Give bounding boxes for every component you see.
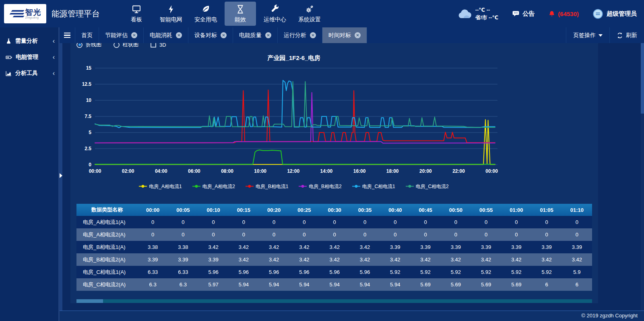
- cell-value: 3.42: [259, 253, 289, 266]
- nav-item-能效[interactable]: 能效: [225, 2, 256, 26]
- cell-value: 3.42: [320, 241, 350, 253]
- cell-value: 6.3: [168, 278, 198, 291]
- tab-close-icon[interactable]: ✕: [131, 32, 137, 38]
- sidebar-item-需量分析[interactable]: 需量分析‹: [0, 33, 59, 49]
- cell-value: 5.96: [320, 266, 350, 278]
- top-header: 智光 Zhiguang 能源管理平台 看板智能电网安全用电能效运维中心系统设置 …: [0, 0, 644, 27]
- table-header-row: 数据类型名称00:0000:0500:1000:1500:2000:2500:3…: [76, 204, 592, 216]
- row-label: 电房_A相电流2(A): [76, 228, 138, 241]
- leaf-icon: [201, 4, 211, 14]
- nav-item-看板[interactable]: 看板: [121, 2, 152, 26]
- checkbox-3D[interactable]: 3D: [151, 43, 166, 48]
- cell-value: 5.96: [259, 266, 289, 278]
- table-hscrollbar-track[interactable]: [76, 299, 592, 303]
- radio-icon[interactable]: [76, 43, 83, 48]
- table-hscrollbar-thumb[interactable]: [76, 299, 103, 303]
- cell-value: 0: [441, 228, 471, 241]
- radio-柱状图[interactable]: 柱状图: [114, 43, 138, 48]
- notice-button[interactable]: 公告: [512, 10, 535, 18]
- tab-电能质量[interactable]: 电能质量✕: [233, 27, 278, 43]
- cell-value: 0: [380, 216, 410, 228]
- tab-电能消耗[interactable]: 电能消耗✕: [144, 27, 188, 43]
- tab-close-icon[interactable]: ✕: [265, 32, 271, 38]
- alarm-button[interactable]: (64530): [548, 10, 579, 18]
- tab-close-icon[interactable]: ✕: [221, 32, 227, 38]
- cell-value: 5.69: [501, 278, 531, 291]
- user-name: 超级管理员: [607, 10, 637, 18]
- tab-close-icon[interactable]: ✕: [355, 32, 361, 38]
- legend-marker-icon: [192, 184, 200, 189]
- cell-value: 0: [289, 228, 319, 241]
- cell-value: 5.94: [259, 278, 289, 291]
- cell-value: 5.92: [501, 266, 531, 278]
- svg-text:08:00: 08:00: [221, 168, 233, 174]
- column-header: 00:00: [138, 204, 168, 216]
- row-label: 电房_C相电流2(A): [76, 278, 138, 291]
- refresh-button[interactable]: 刷新: [609, 27, 644, 43]
- svg-text:06:00: 06:00: [188, 168, 200, 174]
- svg-text:16:00: 16:00: [353, 168, 366, 174]
- svg-text:18:00: 18:00: [386, 168, 399, 174]
- legend-item-电房_A相电流1[interactable]: 电房_A相电流1: [139, 183, 182, 190]
- option-label: 折线图: [86, 43, 101, 48]
- cell-value: 5.69: [471, 278, 501, 291]
- nav-item-label: 智能电网: [160, 16, 182, 23]
- page-vscrollbar-track[interactable]: [641, 43, 644, 311]
- sidebar-item-label: 分析工具: [15, 70, 38, 77]
- svg-text:15: 15: [86, 65, 92, 71]
- table-row-电房_B相电流1(A): 电房_B相电流1(A)3.383.383.423.423.423.423.423…: [76, 241, 592, 253]
- alarm-count: (64530): [558, 10, 579, 17]
- nav-item-系统设置[interactable]: 系统设置: [294, 2, 325, 26]
- collapse-arrow-icon[interactable]: [60, 173, 62, 178]
- tab-close-icon[interactable]: ✕: [176, 32, 182, 38]
- nav-item-运维中心[interactable]: 运维中心: [259, 2, 291, 26]
- dashboard-icon: [132, 4, 141, 14]
- user-menu[interactable]: 超级管理员: [592, 8, 637, 19]
- cell-value: 3.39: [531, 241, 561, 253]
- tab-运行分析[interactable]: 运行分析✕: [278, 27, 322, 43]
- cell-value: 3.39: [168, 253, 198, 266]
- nav-item-智能电网[interactable]: 智能电网: [155, 2, 187, 26]
- radio-icon[interactable]: [114, 43, 120, 48]
- column-header: 数据类型名称: [76, 204, 138, 216]
- radio-折线图[interactable]: 折线图: [76, 43, 101, 48]
- nav-item-label: 看板: [131, 16, 142, 23]
- hamburger-menu-icon[interactable]: [60, 27, 75, 43]
- column-header: 01:00: [501, 204, 531, 216]
- refresh-label: 刷新: [626, 32, 637, 39]
- tab-operations-dropdown[interactable]: 页签操作: [566, 27, 609, 43]
- checkbox-icon[interactable]: [151, 43, 156, 48]
- tab-时间对标[interactable]: 时间对标✕: [322, 27, 367, 43]
- legend-item-电房_B相电流2[interactable]: 电房_B相电流2: [299, 183, 341, 190]
- app-title: 能源管理平台: [52, 8, 100, 19]
- legend-item-电房_C相电流2[interactable]: 电房_C相电流2: [406, 183, 449, 190]
- nav-item-安全用电[interactable]: 安全用电: [190, 2, 221, 26]
- row-label: 电房_B相电流2(A): [76, 253, 138, 266]
- cell-value: 5.92: [531, 266, 561, 278]
- svg-text:04:00: 04:00: [155, 168, 167, 174]
- cell-value: 0: [138, 216, 168, 228]
- chart-line-电房_A相电流2: [95, 150, 495, 164]
- legend-item-电房_A相电流2[interactable]: 电房_A相电流2: [192, 183, 235, 190]
- sidebar-item-分析工具[interactable]: 分析工具‹: [0, 65, 59, 81]
- cell-value: 5.92: [441, 266, 471, 278]
- nav-item-label: 安全用电: [194, 16, 217, 23]
- tab-节能评估[interactable]: 节能评估✕: [99, 27, 144, 43]
- cell-value: 5.96: [350, 266, 380, 278]
- cell-value: 3.38: [168, 241, 198, 253]
- bolt-icon: [166, 4, 176, 14]
- tab-close-icon[interactable]: ✕: [310, 32, 316, 38]
- tab-设备对标[interactable]: 设备对标✕: [188, 27, 233, 43]
- panel-collapse-strip[interactable]: [60, 43, 62, 311]
- cell-value: 5.96: [229, 266, 259, 278]
- legend-item-电房_B相电流1[interactable]: 电房_B相电流1: [246, 183, 288, 190]
- cell-value: 3.38: [138, 241, 168, 253]
- legend-item-电房_C相电流1[interactable]: 电房_C相电流1: [352, 183, 395, 190]
- chevron-left-icon: ‹: [53, 54, 55, 61]
- tab-首页[interactable]: 首页: [75, 27, 99, 43]
- page-vscrollbar-thumb[interactable]: [641, 43, 644, 114]
- cell-value: 5.94: [289, 278, 319, 291]
- chevron-down-icon: [599, 34, 603, 37]
- sidebar-item-电能管理[interactable]: 电能管理‹: [0, 49, 59, 65]
- table-row-电房_C相电流1(A): 电房_C相电流1(A)6.336.335.965.965.965.965.965…: [76, 266, 592, 278]
